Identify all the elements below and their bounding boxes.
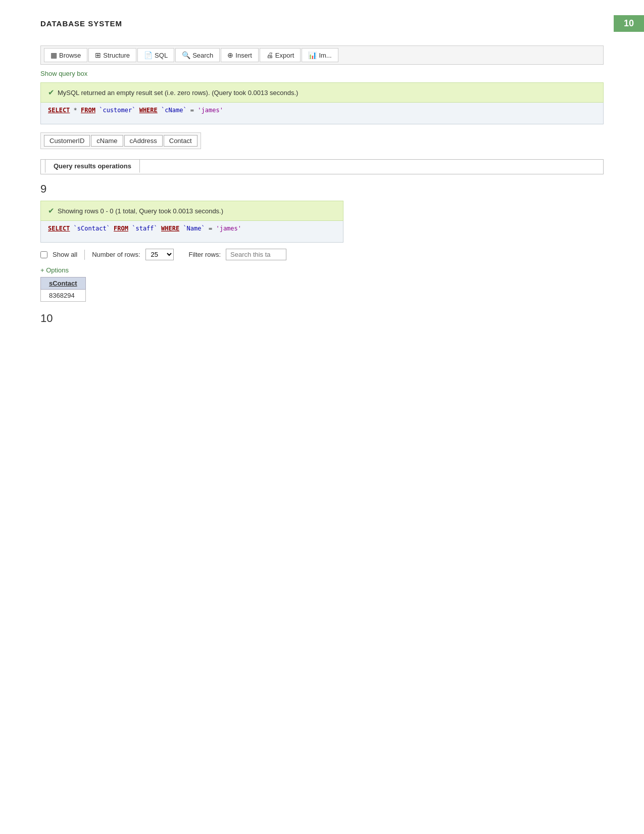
tab-export-label: Export (275, 52, 294, 59)
filter-rows-input[interactable] (226, 249, 286, 260)
sql2-col-scontact: `sContact` (74, 225, 110, 232)
sql2-val-james: 'james' (216, 225, 241, 232)
sql-table-customer: `customer` (99, 107, 135, 114)
sql-icon: 📄 (144, 51, 153, 59)
sql2-eq: = (209, 225, 216, 232)
options-link[interactable]: + Options (40, 266, 604, 274)
structure-icon: ⊞ (95, 51, 101, 59)
more-icon: 📊 (308, 51, 317, 59)
insert-icon: ⊕ (227, 51, 233, 59)
checkmark-icon-2: ✔ (48, 206, 55, 215)
tab-structure[interactable]: ⊞ Structure (88, 48, 136, 62)
sql2-keyword-select: SELECT (48, 225, 70, 232)
sql-keyword-where: WHERE (139, 107, 158, 114)
num-rows-select[interactable]: 25 50 100 250 500 (145, 249, 174, 260)
sql-area-1: SELECT * FROM `customer` WHERE `cName` =… (40, 103, 604, 124)
col-header-cname[interactable]: cName (91, 135, 123, 147)
sql-val-james: 'james' (197, 107, 223, 114)
tab-bar: ▦ Browse ⊞ Structure 📄 SQL 🔍 Search ⊕ In… (40, 45, 604, 65)
sql2-keyword-where: WHERE (161, 225, 179, 232)
sql-col-cname: `cName` (161, 107, 187, 114)
export-icon: 🖨 (266, 51, 273, 59)
result2-message: Showing rows 0 - 0 (1 total, Query took … (58, 207, 223, 215)
tab-search-label: Search (192, 52, 213, 59)
tab-sql-label: SQL (155, 52, 168, 59)
tab-more[interactable]: 📊 Im... (302, 48, 338, 62)
section-10-number: 10 (40, 312, 604, 325)
sql-keyword-from: FROM (81, 107, 95, 114)
sql-area-2: SELECT `sContact` FROM `staff` WHERE `Na… (40, 221, 343, 243)
section-9-number: 9 (40, 182, 604, 196)
sql-star: * (74, 107, 81, 114)
query-results-tab[interactable]: Query results operations (45, 159, 140, 173)
vertical-divider (84, 250, 85, 260)
sql2-table-staff: `staff` (132, 225, 158, 232)
result2-message-box: ✔ Showing rows 0 - 0 (1 total, Query too… (40, 201, 343, 221)
result1-message-box: ✔ MySQL returned an empty result set (i.… (40, 82, 604, 103)
tab-browse[interactable]: ▦ Browse (44, 48, 87, 62)
query-results-section: Query results operations (40, 159, 604, 174)
show-all-label: Show all (53, 251, 77, 258)
sql-eq: = (190, 107, 197, 114)
col-header-customerid[interactable]: CustomerID (44, 135, 90, 147)
search-icon: 🔍 (182, 51, 190, 59)
tab-more-label: Im... (319, 52, 331, 59)
sql-keyword-select: SELECT (48, 107, 70, 114)
sql2-keyword-from: FROM (114, 225, 128, 232)
tab-search[interactable]: 🔍 Search (175, 48, 220, 62)
page-title: DATABASE SYSTEM (40, 19, 122, 28)
tab-insert[interactable]: ⊕ Insert (221, 48, 259, 62)
col-header-caddress[interactable]: cAddress (124, 135, 163, 147)
show-query-box-link[interactable]: Show query box (40, 70, 87, 77)
checkmark-icon: ✔ (48, 88, 55, 97)
data-table: sContact 8368294 (40, 277, 86, 302)
tab-export[interactable]: 🖨 Export (260, 48, 301, 62)
column-headers: CustomerID cName cAddress Contact (40, 132, 201, 149)
tab-insert-label: Insert (235, 52, 252, 59)
tab-browse-label: Browse (59, 52, 81, 59)
result1-message: MySQL returned an empty result set (i.e.… (58, 89, 298, 97)
table-header-scontact[interactable]: sContact (41, 277, 86, 290)
table-cell-scontact: 8368294 (41, 290, 86, 302)
page-badge: 10 (614, 15, 644, 32)
sql2-col-name: `Name` (183, 225, 205, 232)
filter-rows-label: Filter rows: (189, 251, 221, 258)
show-all-checkbox[interactable] (40, 251, 47, 258)
col-header-contact[interactable]: Contact (164, 135, 197, 147)
table-row: 8368294 (41, 290, 86, 302)
tab-structure-label: Structure (103, 52, 130, 59)
browse-icon: ▦ (51, 51, 57, 59)
filter-row: Show all Number of rows: 25 50 100 250 5… (40, 249, 604, 260)
num-rows-label: Number of rows: (92, 251, 140, 258)
main-content: ▦ Browse ⊞ Structure 📄 SQL 🔍 Search ⊕ In… (40, 45, 604, 325)
tab-sql[interactable]: 📄 SQL (137, 48, 174, 62)
